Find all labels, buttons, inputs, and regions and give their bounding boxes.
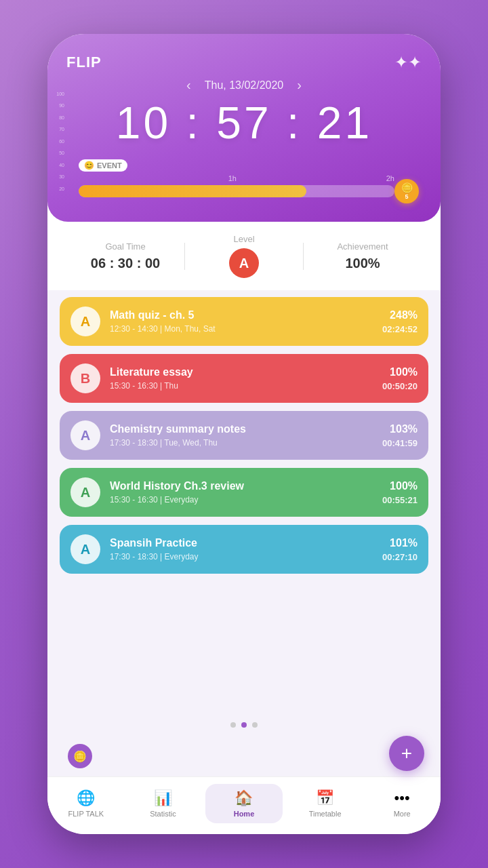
flip-talk-icon: 🌐 <box>77 789 95 807</box>
nav-label-statistic: Statistic <box>150 810 176 818</box>
subject-card-math[interactable]: A Math quiz - ch. 5 12:30 - 14:30 | Mon,… <box>60 297 428 346</box>
coin-badge: 🪙 5 <box>394 179 419 203</box>
add-subject-button[interactable]: + <box>389 736 424 771</box>
pagination-dots <box>47 717 441 730</box>
card-title-literature: Literature essay <box>110 366 382 378</box>
card-subtitle-history: 15:30 - 16:30 | Everyday <box>110 495 382 505</box>
progress-labels: 😊 EVENT <box>79 159 419 172</box>
ruler: 100 90 80 70 60 50 40 30 20 <box>57 94 68 201</box>
progress-time-labels: 1h 2h <box>79 174 419 182</box>
time-colon2: : <box>272 98 317 148</box>
stat-achievement: Achievement 100% <box>304 241 422 271</box>
stat-level: Level A <box>185 234 303 278</box>
nav-item-timetable[interactable]: 📅 Timetable <box>287 789 364 818</box>
nav-item-more[interactable]: ••• More <box>363 789 441 818</box>
card-time-chemistry: 00:41:59 <box>382 438 418 448</box>
statistic-icon: 📊 <box>154 789 172 807</box>
card-percent-history: 100% <box>382 480 418 492</box>
ruler-mark-90: 90 <box>59 103 64 108</box>
card-subtitle-chemistry: 17:30 - 18:30 | Tue, Wed, Thu <box>110 438 382 448</box>
nav-label-more: More <box>394 810 411 818</box>
ruler-mark-100: 100 <box>56 92 64 96</box>
subject-card-chemistry[interactable]: A Chemistry summary notes 17:30 - 18:30 … <box>60 411 428 460</box>
cards-area: A Math quiz - ch. 5 12:30 - 14:30 | Mon,… <box>47 290 441 717</box>
event-emoji: 😊 <box>84 161 94 170</box>
ruler-mark-50: 50 <box>59 151 64 155</box>
card-subtitle-math: 12:30 - 14:30 | Mon, Thu, Sat <box>110 324 382 334</box>
card-title-history: World History Ch.3 review <box>110 480 382 492</box>
card-info-history: World History Ch.3 review 15:30 - 16:30 … <box>110 480 382 505</box>
fab-container: 🪙 + <box>47 730 441 776</box>
card-time-literature: 00:50:20 <box>382 381 418 391</box>
progress-2h: 2h <box>386 174 394 182</box>
card-title-chemistry: Chemistry summary notes <box>110 423 382 435</box>
card-info-literature: Literature essay 15:30 - 16:30 | Thu <box>110 366 382 391</box>
ruler-mark-70: 70 <box>59 127 64 132</box>
time-display: 10 : 57 : 21 <box>66 97 422 149</box>
card-stats-spanish: 101% 00:27:10 <box>382 537 418 562</box>
time-minutes: 57 <box>216 98 271 148</box>
progress-1h: 1h <box>228 174 237 182</box>
header-area: 100 90 80 70 60 50 40 30 20 FLIP ✦✦ ‹ Th… <box>47 34 441 222</box>
event-badge: 😊 EVENT <box>79 159 127 172</box>
stats-row: Goal Time 06 : 30 : 00 Level A Achieveme… <box>47 222 441 290</box>
goal-time-value: 06 : 30 : 00 <box>66 256 184 271</box>
ruler-mark-20: 20 <box>59 186 64 191</box>
achievement-value: 100% <box>304 256 422 271</box>
goal-time-label: Goal Time <box>66 241 184 252</box>
nav-label-timetable: Timetable <box>309 810 342 818</box>
ruler-mark-60: 60 <box>59 138 64 143</box>
card-percent-chemistry: 103% <box>382 423 418 435</box>
ruler-mark-40: 40 <box>59 162 64 167</box>
subject-card-spanish[interactable]: A Spansih Practice 17:30 - 18:30 | Every… <box>60 525 428 574</box>
pagination-dot-1 <box>230 722 236 728</box>
card-badge-chemistry: A <box>70 420 100 450</box>
ruler-mark-30: 30 <box>59 174 64 179</box>
prev-date-button[interactable]: ‹ <box>186 77 191 93</box>
phone-frame: 100 90 80 70 60 50 40 30 20 FLIP ✦✦ ‹ Th… <box>47 34 441 834</box>
card-badge-math: A <box>70 307 100 336</box>
next-date-button[interactable]: › <box>297 77 302 93</box>
time-hours: 10 <box>116 98 171 148</box>
card-percent-math: 248% <box>382 309 418 321</box>
coin-notification-button[interactable]: 🪙 <box>68 744 92 768</box>
time-colon1: : <box>171 98 216 148</box>
card-percent-literature: 100% <box>382 366 418 378</box>
card-title-spanish: Spansih Practice <box>110 537 382 549</box>
level-label: Level <box>185 234 303 244</box>
coin-count: 5 <box>405 193 408 200</box>
achievement-label: Achievement <box>304 241 422 252</box>
nav-item-flip-talk[interactable]: 🌐 FLIP TALK <box>47 789 125 818</box>
card-time-math: 02:24:52 <box>382 324 418 334</box>
pagination-dot-3 <box>252 722 258 728</box>
more-icon: ••• <box>394 789 410 807</box>
ruler-mark-80: 80 <box>59 115 64 119</box>
nav-label-home: Home <box>234 810 255 818</box>
card-time-history: 00:55:21 <box>382 495 418 505</box>
card-title-math: Math quiz - ch. 5 <box>110 309 382 321</box>
card-badge-literature: B <box>70 363 100 393</box>
progress-area: 😊 EVENT 1h 2h 🪙 5 <box>79 159 419 197</box>
current-date: Thu, 13/02/2020 <box>205 79 284 92</box>
card-stats-chemistry: 103% 00:41:59 <box>382 423 418 448</box>
card-info-chemistry: Chemistry summary notes 17:30 - 18:30 | … <box>110 423 382 448</box>
home-icon: 🏠 <box>235 789 253 807</box>
sparkle-icon[interactable]: ✦✦ <box>394 53 422 72</box>
card-stats-math: 248% 02:24:52 <box>382 309 418 334</box>
card-badge-spanish: A <box>70 534 100 564</box>
nav-label-flip-talk: FLIP TALK <box>68 810 104 818</box>
stat-goal-time: Goal Time 06 : 30 : 00 <box>66 241 184 271</box>
nav-item-home[interactable]: 🏠 Home <box>205 784 283 823</box>
card-subtitle-spanish: 17:30 - 18:30 | Everyday <box>110 552 382 561</box>
card-percent-spanish: 101% <box>382 537 418 549</box>
card-stats-literature: 100% 00:50:20 <box>382 366 418 391</box>
subject-card-literature[interactable]: B Literature essay 15:30 - 16:30 | Thu 1… <box>60 354 428 403</box>
bottom-navigation: 🌐 FLIP TALK 📊 Statistic 🏠 Home 📅 Timetab… <box>47 776 441 834</box>
add-icon: + <box>401 743 412 764</box>
subject-card-history[interactable]: A World History Ch.3 review 15:30 - 16:3… <box>60 468 428 517</box>
nav-item-statistic[interactable]: 📊 Statistic <box>125 789 202 818</box>
event-label: EVENT <box>97 161 122 170</box>
pagination-dot-2 <box>241 722 247 728</box>
time-seconds: 21 <box>317 98 372 148</box>
card-info-math: Math quiz - ch. 5 12:30 - 14:30 | Mon, T… <box>110 309 382 334</box>
